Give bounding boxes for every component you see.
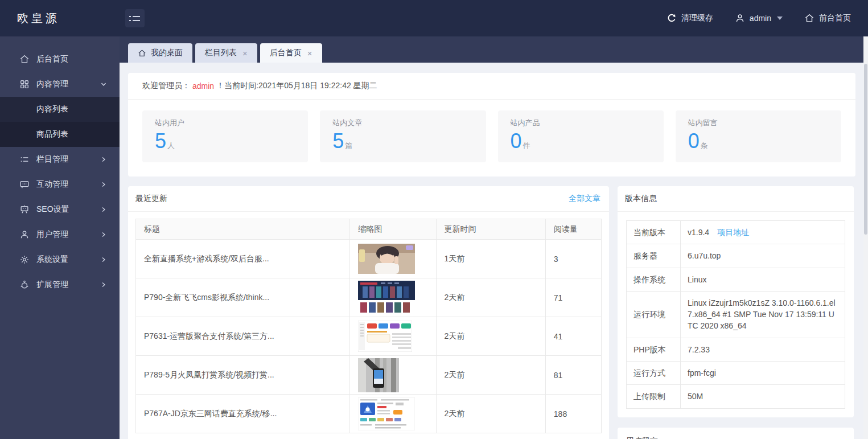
panel-title: 最近更新 (135, 194, 167, 204)
stat-site-messages: 站内留言 0条 (676, 110, 841, 162)
sidebar-item-dashboard[interactable]: 后台首页 (0, 47, 120, 72)
grid-icon (19, 79, 30, 89)
chevron-right-icon (100, 206, 107, 213)
user-icon (19, 229, 30, 240)
home-icon (19, 54, 30, 64)
version-label: PHP版本 (627, 338, 681, 361)
article-reads: 71 (545, 278, 601, 317)
version-row: 运行环境 Linux iZzujr1m5k0z1sZ 3.10.0-1160.6… (627, 291, 845, 338)
front-home-button[interactable]: 前台首页 (804, 13, 851, 23)
version-info-panel: 版本信息 当前版本 v1.9.4项目地址 服务器 6.u7u.top (618, 186, 854, 417)
user-menu[interactable]: admin (735, 13, 783, 23)
list-icon (19, 154, 30, 165)
sidebar-item-interact-mgmt[interactable]: 互动管理 (0, 172, 120, 197)
sidebar-collapse-button[interactable] (125, 9, 145, 27)
chat-icon (19, 179, 30, 190)
board-icon (19, 204, 30, 215)
sidebar-item-extension-mgmt[interactable]: 扩展管理 (0, 272, 120, 297)
sidebar-item-product-list[interactable]: 商品列表 (0, 122, 120, 147)
version-value: v1.9.4 (688, 228, 709, 237)
sidebar-item-system-settings[interactable]: 系统设置 (0, 247, 120, 272)
home-icon (138, 49, 146, 58)
clear-cache-button[interactable]: 清理缓存 (667, 13, 713, 23)
stats-row: 站内用户 5人 站内文章 5篇 站内产品 0件 站内留言 0条 (128, 100, 855, 177)
refresh-icon (667, 13, 677, 23)
welcome-stats-panel: 欢迎管理员： admin ！当前时间:2021年05月18日 19:22:42 … (128, 73, 855, 177)
article-reads: 3 (545, 240, 601, 278)
version-value: Linux (681, 268, 845, 291)
stat-site-articles: 站内文章 5篇 (320, 110, 486, 162)
version-row: 操作系统 Linux (627, 268, 845, 291)
tab-admin-home[interactable]: 后台首页 × (260, 43, 322, 63)
version-value: 7.2.33 (681, 338, 845, 361)
home-icon (804, 13, 814, 23)
thumbnail-girl-photo (358, 244, 415, 274)
version-label: 当前版本 (627, 221, 681, 244)
version-value: 50M (681, 385, 845, 408)
stat-site-users: 站内用户 5人 (142, 110, 308, 162)
version-label: 运行环境 (627, 291, 681, 338)
tab-column-list[interactable]: 栏目列表 × (195, 43, 257, 63)
version-value: fpm-fcgi (681, 362, 845, 385)
sidebar-item-seo-settings[interactable]: SEO设置 (0, 197, 120, 222)
version-row: PHP版本 7.2.33 (627, 338, 845, 361)
col-header-title: 标题 (136, 219, 350, 240)
app-logo: 欧皇源 (0, 11, 120, 26)
sidebar-item-content-mgmt[interactable]: 内容管理 (0, 72, 120, 97)
page-body: 欢迎管理员： admin ！当前时间:2021年05月18日 19:22:42 … (120, 63, 868, 439)
table-row[interactable]: P790-全新飞飞cms影视系统/think... 2天前 71 (136, 278, 602, 317)
stat-site-products: 站内产品 0件 (498, 110, 664, 162)
welcome-message: 欢迎管理员： admin ！当前时间:2021年05月18日 19:22:42 … (128, 73, 855, 100)
gear-icon (19, 255, 30, 265)
article-reads: 81 (545, 356, 601, 395)
vertical-scrollbar[interactable] (863, 36, 868, 439)
version-label: 操作系统 (627, 268, 681, 291)
col-header-thumbnail: 缩略图 (350, 219, 436, 240)
tab-bar: 我的桌面 栏目列表 × 后台首页 × (120, 36, 868, 63)
table-row[interactable]: P767A-JD京东三网话费直充系统/移... 2天前 188 (136, 395, 602, 433)
recent-updates-panel: 最近更新 全部文章 标题 缩略图 更新时间 阅读量 (128, 186, 609, 439)
robot-icon (19, 280, 30, 290)
admin-name: admin (192, 81, 214, 91)
tab-my-desktop[interactable]: 我的桌面 (128, 43, 192, 63)
sidebar-item-column-mgmt[interactable]: 栏目管理 (0, 147, 120, 172)
chevron-right-icon (100, 281, 107, 288)
stat-value: 5 (155, 129, 166, 153)
col-header-reads: 阅读量 (545, 219, 601, 240)
stat-value: 5 (332, 129, 344, 153)
close-icon[interactable]: × (307, 48, 312, 58)
collapse-icon (129, 16, 145, 17)
recent-updates-table: 标题 缩略图 更新时间 阅读量 全新直播系统+游戏系统/双后台服... (135, 219, 602, 433)
article-time: 1天前 (436, 240, 545, 278)
version-row: 当前版本 v1.9.4项目地址 (627, 221, 845, 244)
chevron-right-icon (100, 156, 107, 163)
panel-title: 用户留言 (626, 436, 658, 439)
user-messages-panel: 用户留言 (618, 428, 854, 439)
scrollbar-thumb[interactable] (864, 64, 867, 235)
sidebar-item-user-mgmt[interactable]: 用户管理 (0, 222, 120, 247)
chevron-right-icon (100, 231, 107, 238)
col-header-updated: 更新时间 (436, 219, 545, 240)
project-url-link[interactable]: 项目地址 (717, 228, 749, 237)
close-icon[interactable]: × (242, 48, 248, 58)
version-value: 6.u7u.top (681, 244, 845, 268)
panel-title: 版本信息 (625, 194, 657, 204)
article-reads: 41 (545, 317, 601, 356)
article-title: P789-5月火凤凰打赏系统/视频打赏... (136, 356, 350, 395)
version-row: 服务器 6.u7u.top (627, 244, 845, 268)
chevron-right-icon (100, 256, 107, 263)
article-title: 全新直播系统+游戏系统/双后台服... (136, 240, 350, 278)
thumbnail-movie-site (358, 281, 415, 315)
all-articles-link[interactable]: 全部文章 (569, 194, 600, 204)
version-row: 上传限制 50M (627, 385, 845, 408)
version-row: 运行方式 fpm-fcgi (627, 362, 845, 385)
thumbnail-phone-photo (358, 358, 399, 392)
table-row[interactable]: 全新直播系统+游戏系统/双后台服... 1天前 3 (136, 240, 602, 278)
table-row[interactable]: P789-5月火凤凰打赏系统/视频打赏... 2天前 81 (136, 356, 602, 395)
table-row[interactable]: P7631-运营版聚合支付系统/第三方... 2天前 41 (136, 317, 602, 356)
thumbnail-payment-dashboard (358, 321, 412, 352)
sidebar: 后台首页 内容管理 内容列表 商品列表 栏目管理 互动管理 (0, 36, 120, 439)
article-time: 2天前 (436, 395, 545, 433)
sidebar-item-content-list[interactable]: 内容列表 (0, 97, 120, 122)
chevron-down-icon (777, 17, 783, 20)
